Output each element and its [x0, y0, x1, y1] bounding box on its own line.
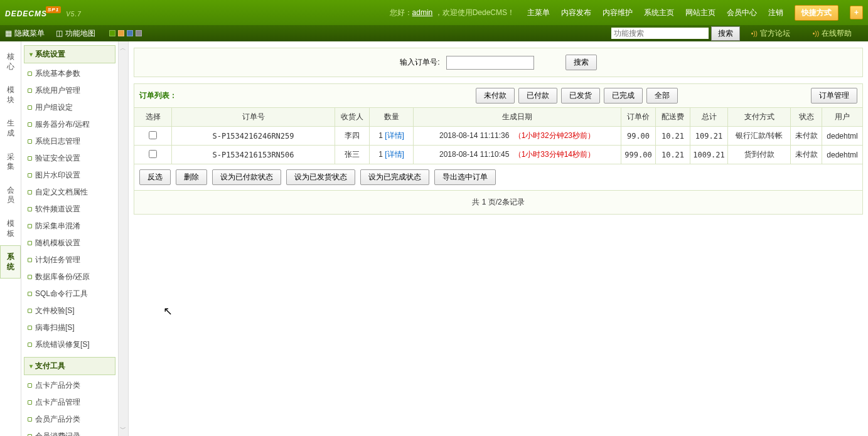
detail-link[interactable]: [详情] — [385, 131, 404, 140]
cell-receiver: 李四 — [335, 127, 370, 146]
filter-paid[interactable]: 已付款 — [518, 88, 557, 104]
menu-sql-cli[interactable]: SQL命令行工具 — [24, 285, 115, 302]
cell-ship: 10.21 — [656, 146, 690, 164]
nav-member[interactable]: 会员中心 — [727, 8, 757, 18]
table-header-row: 选择 订单号 收货人 数量 生成日期 订单价 配送费 总计 支付方式 状态 用户 — [134, 108, 863, 127]
filter-all[interactable]: 全部 — [646, 88, 678, 104]
nav-syshome[interactable]: 系统主页 — [644, 8, 674, 18]
theme-blue[interactable] — [127, 30, 133, 36]
nav-publish[interactable]: 内容发布 — [561, 8, 591, 18]
panel-payment-tools[interactable]: ▾支付工具 — [24, 357, 115, 375]
plus-button[interactable]: + — [850, 6, 863, 19]
quick-button[interactable]: 快捷方式 — [795, 5, 839, 21]
vtab-template[interactable]: 模板 — [0, 212, 21, 245]
sitemap-link[interactable]: 功能地图 — [65, 28, 95, 39]
scroll-down-icon[interactable]: ﹀ — [120, 425, 126, 433]
filter-shipped[interactable]: 已发货 — [561, 88, 600, 104]
header: DEDECMSSP1 V5.7 您好：admin ，欢迎使用DedeCMS！ 主… — [0, 0, 868, 25]
cell-orderno: S-P1534216246RN259 — [172, 127, 335, 146]
cell-price: 999.00 — [621, 146, 656, 164]
cell-pay: 银行汇款/转帐 — [728, 127, 791, 146]
menu-watermark[interactable]: 图片水印设置 — [24, 167, 115, 184]
vtab-member[interactable]: 会员 — [0, 179, 21, 212]
action-invert[interactable]: 反选 — [139, 169, 171, 185]
menu-card-manage[interactable]: 点卡产品管理 — [24, 394, 115, 411]
menu-software-channel[interactable]: 软件频道设置 — [24, 201, 115, 218]
hide-menu-link[interactable]: 隐藏菜单 — [14, 28, 45, 39]
filter-done[interactable]: 已完成 — [604, 88, 643, 104]
order-no-input[interactable] — [446, 56, 534, 70]
forum-link[interactable]: •))官方论坛 — [751, 28, 790, 39]
cell-total: 109.21 — [690, 127, 728, 146]
vtab-collect[interactable]: 采集 — [0, 146, 21, 179]
hide-menu-icon: ▦ — [5, 29, 12, 38]
table-row: S-P1534216246RN259 李四 1 [详情] 2018-08-14 … — [134, 127, 863, 146]
menu-random-template[interactable]: 随机模板设置 — [24, 235, 115, 252]
menu-syslog[interactable]: 系统日志管理 — [24, 133, 115, 150]
user-link[interactable]: admin — [412, 8, 433, 17]
th-pay: 支付方式 — [728, 108, 791, 127]
nav-main[interactable]: 主菜单 — [527, 8, 550, 18]
chevron-down-icon: ▾ — [29, 51, 33, 58]
scroll-up-icon[interactable]: ︿ — [120, 44, 126, 53]
filter-unpaid[interactable]: 未付款 — [476, 88, 515, 104]
action-set-done[interactable]: 设为已完成状态 — [360, 169, 429, 185]
function-search-button[interactable]: 搜索 — [711, 26, 740, 41]
vtab-system[interactable]: 系统 — [0, 245, 21, 279]
menu-db-backup[interactable]: 数据库备份/还原 — [24, 269, 115, 285]
menu-user-manage[interactable]: 系统用户管理 — [24, 82, 115, 99]
welcome-text: 您好：admin ，欢迎使用DedeCMS！ — [390, 8, 515, 18]
action-set-paid[interactable]: 设为已付款状态 — [212, 169, 281, 185]
action-delete[interactable]: 删除 — [176, 169, 207, 185]
order-manage-button[interactable]: 订单管理 — [811, 88, 857, 104]
menu-verify-security[interactable]: 验证安全设置 — [24, 150, 115, 167]
menu-file-check[interactable]: 文件校验[S] — [24, 302, 115, 319]
vtab-generate[interactable]: 生成 — [0, 112, 21, 145]
order-search-button[interactable]: 搜索 — [565, 55, 597, 70]
nav-sitehome[interactable]: 网站主页 — [685, 8, 715, 18]
th-qty: 数量 — [370, 108, 414, 127]
menu-card-cat[interactable]: 点卡产品分类 — [24, 377, 115, 394]
nav-logout[interactable]: 注销 — [768, 8, 783, 18]
action-bar: 反选 删除 设为已付款状态 设为已发货状态 设为已完成状态 导出选中订单 — [134, 164, 863, 191]
menu-member-consume[interactable]: 会员消费记录 — [24, 428, 115, 436]
menu-server-dist[interactable]: 服务器分布/远程 — [24, 116, 115, 133]
sitemap-icon: ◫ — [56, 29, 63, 38]
function-search-input[interactable] — [611, 28, 709, 39]
help-link[interactable]: •))在线帮助 — [813, 28, 852, 39]
vtab-module[interactable]: 模块 — [0, 78, 21, 112]
th-user: 用户 — [822, 108, 863, 127]
menu-usergroup[interactable]: 用户组设定 — [24, 99, 115, 116]
logo-version: V5.7 — [66, 11, 82, 18]
menu-anticollect[interactable]: 防采集串混淆 — [24, 218, 115, 235]
order-search-bar: 输入订单号: 搜索 — [134, 48, 863, 77]
menu-virus-scan[interactable]: 病毒扫描[S] — [24, 319, 115, 336]
theme-gray[interactable] — [136, 30, 142, 36]
menu-basic-params[interactable]: 系统基本参数 — [24, 65, 115, 82]
row-checkbox[interactable] — [149, 131, 157, 139]
row-checkbox[interactable] — [149, 150, 157, 158]
theme-green[interactable] — [109, 30, 115, 36]
main: 核心 模块 生成 采集 会员 模板 系统 ▾系统设置 系统基本参数 系统用户管理… — [0, 41, 868, 436]
menu-cron[interactable]: 计划任务管理 — [24, 252, 115, 269]
list-title: 订单列表： — [139, 90, 177, 101]
vtab-core[interactable]: 核心 — [0, 45, 21, 78]
panel-system-settings[interactable]: ▾系统设置 — [24, 45, 115, 63]
sidebar: ▾系统设置 系统基本参数 系统用户管理 用户组设定 服务器分布/远程 系统日志管… — [21, 41, 119, 436]
cell-orderno: S-P1534216153RN506 — [172, 146, 335, 164]
menu-custom-attr[interactable]: 自定义文档属性 — [24, 184, 115, 201]
cell-date: 2018-08-14 11:11:36 （1小时32分钟23秒前） — [414, 127, 621, 146]
logo-text: DEDECMS — [5, 9, 47, 18]
menu-member-cat[interactable]: 会员产品分类 — [24, 411, 115, 428]
scroll-strip: ︿ ﹀ — [119, 41, 129, 436]
theme-orange[interactable] — [118, 30, 124, 36]
cell-pay: 货到付款 — [728, 146, 791, 164]
action-set-shipped[interactable]: 设为已发货状态 — [286, 169, 355, 185]
action-export[interactable]: 导出选中订单 — [434, 169, 496, 185]
nav-maintain[interactable]: 内容维护 — [603, 8, 633, 18]
subheader: ▦ 隐藏菜单 ◫ 功能地图 搜索 •))官方论坛 •))在线帮助 — [0, 25, 868, 41]
menu-error-fix[interactable]: 系统错误修复[S] — [24, 336, 115, 353]
cell-user: dedehtml — [822, 146, 863, 164]
detail-link[interactable]: [详情] — [385, 150, 404, 159]
orders-table: 选择 订单号 收货人 数量 生成日期 订单价 配送费 总计 支付方式 状态 用户… — [134, 107, 863, 164]
